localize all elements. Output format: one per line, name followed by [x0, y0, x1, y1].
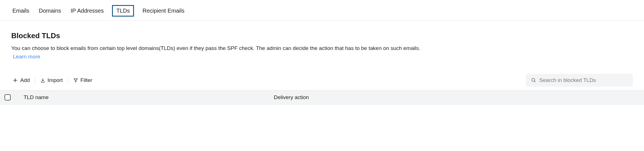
table-header: TLD name Delivery action [0, 90, 644, 105]
svg-line-3 [535, 81, 536, 82]
separator [35, 77, 35, 83]
filter-icon [73, 78, 78, 83]
search-icon [531, 77, 536, 83]
learn-more-link[interactable]: Learn more [13, 54, 40, 60]
separator [68, 77, 68, 83]
add-label: Add [20, 77, 30, 83]
import-button[interactable]: Import [39, 76, 64, 85]
main-content: Blocked TLDs You can choose to block ema… [0, 21, 644, 105]
import-icon [40, 78, 45, 83]
column-delivery-action: Delivery action [274, 94, 633, 100]
toolbar-left: Add Import Filter [11, 76, 93, 85]
select-all-cell [5, 94, 23, 100]
select-all-checkbox[interactable] [5, 94, 11, 100]
page-description: You can choose to block emails from cert… [11, 45, 420, 51]
filter-button[interactable]: Filter [72, 76, 93, 85]
svg-point-2 [532, 79, 535, 82]
column-tld-name: TLD name [23, 94, 274, 100]
tab-ip-addresses[interactable]: IP Addresses [70, 6, 105, 16]
tab-domains[interactable]: Domains [38, 6, 62, 16]
tabs-row: Emails Domains IP Addresses TLDs Recipie… [0, 0, 644, 21]
import-label: Import [48, 77, 63, 83]
search-box[interactable] [526, 74, 633, 87]
plus-icon [12, 77, 18, 83]
add-button[interactable]: Add [11, 76, 31, 85]
tab-tlds[interactable]: TLDs [112, 5, 134, 17]
toolbar: Add Import Filter [11, 74, 633, 90]
tab-emails[interactable]: Emails [11, 6, 30, 16]
search-input[interactable] [539, 77, 628, 83]
page-title: Blocked TLDs [11, 31, 633, 40]
tab-recipient-emails[interactable]: Recipient Emails [141, 6, 185, 16]
filter-label: Filter [80, 77, 92, 83]
